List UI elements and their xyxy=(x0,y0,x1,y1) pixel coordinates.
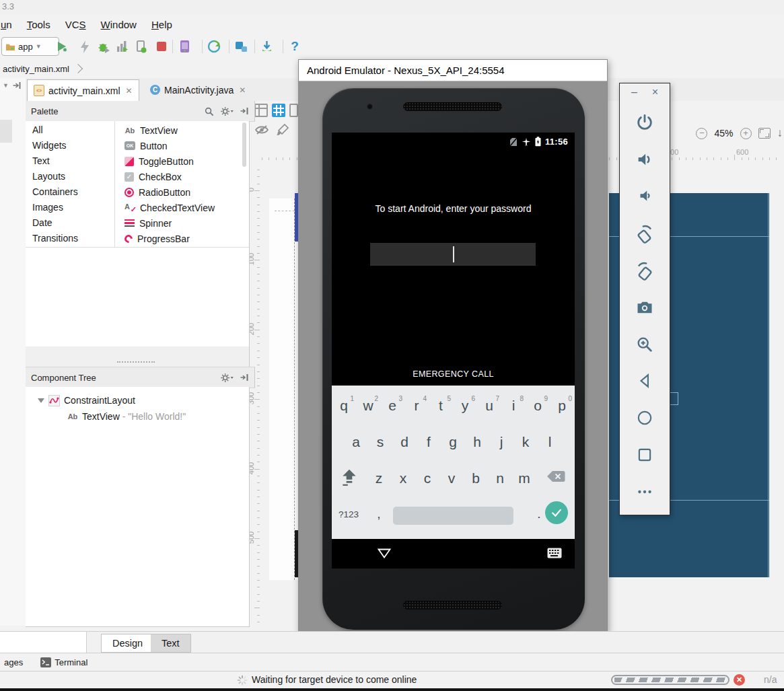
shift-key[interactable] xyxy=(340,468,359,489)
key-u[interactable]: u7 xyxy=(477,398,501,414)
menu-item[interactable]: un xyxy=(0,17,20,32)
attach-debugger-button[interactable] xyxy=(133,38,149,54)
palette-category-text[interactable]: Text xyxy=(26,153,114,169)
palette-category-containers[interactable]: Containers xyxy=(26,184,114,200)
key-m[interactable]: m xyxy=(512,470,536,486)
avd-manager-button[interactable] xyxy=(176,38,192,54)
stop-button[interactable] xyxy=(153,38,170,54)
expand-arrow-icon[interactable] xyxy=(38,398,44,403)
backspace-key[interactable] xyxy=(546,470,566,486)
debug-button[interactable] xyxy=(96,38,112,54)
key-v[interactable]: v xyxy=(439,470,464,486)
gear-icon[interactable] xyxy=(220,106,234,116)
stop-process-icon[interactable]: ✕ xyxy=(734,674,745,686)
tool-window-button-terminal[interactable]: Terminal xyxy=(40,657,87,667)
blueprint-view-icon[interactable] xyxy=(272,104,285,117)
tree-node-constraintlayout[interactable]: ConstraintLayout xyxy=(26,392,249,408)
key-p[interactable]: p0 xyxy=(550,398,574,414)
palette-category-images[interactable]: Images xyxy=(26,200,114,215)
palette-category-date[interactable]: Date xyxy=(26,215,114,231)
hide-panel-icon[interactable] xyxy=(12,81,22,93)
hide-keyboard-icon[interactable] xyxy=(377,548,392,562)
zoom-icon[interactable] xyxy=(620,335,670,354)
close-button[interactable]: × xyxy=(652,86,658,98)
emulator-window[interactable]: Android Emulator - Nexus_5X_API_24:5554 … xyxy=(298,59,608,633)
volume-down-icon[interactable] xyxy=(620,187,670,205)
design-view-icon[interactable] xyxy=(254,104,268,117)
chevron-down-icon[interactable]: ▼ xyxy=(3,82,9,89)
sync-project-button[interactable] xyxy=(206,38,222,54)
key-y[interactable]: y6 xyxy=(453,398,477,414)
visibility-icon[interactable] xyxy=(254,124,269,139)
key-c[interactable]: c xyxy=(415,470,439,486)
home-icon[interactable] xyxy=(620,409,670,427)
back-icon[interactable] xyxy=(620,372,670,390)
palette-item-checkedtextview[interactable]: A✓CheckedTextView xyxy=(119,200,246,215)
device-screen[interactable]: 11:56 To start Android, enter your passw… xyxy=(332,133,575,569)
key-l[interactable]: l xyxy=(538,434,562,450)
emergency-call-button[interactable]: EMERGENCY CALL xyxy=(332,369,575,379)
key-s[interactable]: s xyxy=(368,434,392,450)
minimize-button[interactable]: – xyxy=(631,86,637,98)
key-d[interactable]: d xyxy=(392,434,417,450)
emulator-title-bar[interactable]: Android Emulator - Nexus_5X_API_24:5554 xyxy=(299,60,607,81)
hide-panel-icon[interactable] xyxy=(240,373,249,382)
run-button[interactable] xyxy=(54,38,70,54)
key-h[interactable]: h xyxy=(465,434,489,450)
key-k[interactable]: k xyxy=(513,434,538,450)
rotate-right-icon[interactable] xyxy=(620,261,670,281)
menu-item[interactable]: Tools xyxy=(20,17,58,32)
layout-inspector-button[interactable] xyxy=(233,38,249,54)
symbols-key[interactable]: ?123 xyxy=(338,509,359,519)
palette-item-spinner[interactable]: Spinner xyxy=(119,215,246,231)
keyboard-switch-icon[interactable] xyxy=(547,548,562,561)
key-z[interactable]: z xyxy=(367,470,391,486)
key-t[interactable]: t5 xyxy=(429,398,453,414)
key-g[interactable]: g xyxy=(441,434,465,450)
close-tab-icon[interactable]: ✕ xyxy=(239,85,246,95)
menu-item[interactable]: Help xyxy=(144,17,180,32)
breadcrumb-item[interactable]: activity_main.xml xyxy=(0,64,69,74)
menu-item[interactable]: VCS xyxy=(58,17,94,32)
palette-item-checkbox[interactable]: ✓CheckBox xyxy=(119,169,246,184)
key-e[interactable]: e3 xyxy=(380,398,404,414)
apply-changes-button[interactable] xyxy=(77,38,93,54)
run-configuration-dropdown[interactable]: app ▼ xyxy=(1,37,59,56)
tab-design[interactable]: Design xyxy=(101,634,154,653)
menu-item[interactable]: Window xyxy=(94,17,144,32)
key-n[interactable]: n xyxy=(488,470,512,486)
key-f[interactable]: f xyxy=(417,434,441,450)
both-views-icon[interactable] xyxy=(289,104,298,117)
search-icon[interactable] xyxy=(204,106,214,116)
close-tab-icon[interactable]: ✕ xyxy=(126,86,133,96)
tree-node-textview[interactable]: Ab TextView - "Hello World!" xyxy=(26,408,249,425)
key-i[interactable]: i8 xyxy=(501,398,526,414)
sdk-manager-button[interactable] xyxy=(258,38,275,54)
scrollbar-thumb[interactable] xyxy=(242,122,246,167)
design-canvas[interactable] xyxy=(269,198,298,580)
key-a[interactable]: a xyxy=(344,434,368,450)
zoom-in-icon[interactable]: + xyxy=(740,128,752,139)
power-icon[interactable] xyxy=(620,113,670,132)
help-button[interactable]: ? xyxy=(287,38,303,54)
palette-item-button[interactable]: OKButton xyxy=(119,138,246,153)
palette-item-togglebutton[interactable]: ToggleButton xyxy=(119,153,246,169)
overview-icon[interactable] xyxy=(620,446,670,464)
key-o[interactable]: o9 xyxy=(526,398,550,414)
key-b[interactable]: b xyxy=(464,470,488,486)
hide-panel-icon[interactable] xyxy=(240,106,249,116)
tool-window-button[interactable]: ages xyxy=(4,657,23,667)
palette-item-progressbar[interactable]: ProgressBar xyxy=(119,231,246,246)
screenshot-icon[interactable] xyxy=(620,298,670,317)
rotate-left-icon[interactable] xyxy=(620,224,670,244)
key-w[interactable]: w2 xyxy=(356,398,380,414)
key-q[interactable]: q1 xyxy=(332,398,356,414)
profiler-button[interactable] xyxy=(114,38,131,54)
palette-item-radiobutton[interactable]: RadioButton xyxy=(119,184,246,200)
paintbrush-icon[interactable] xyxy=(276,123,289,139)
comma-key[interactable]: , xyxy=(367,507,391,521)
palette-category-transitions[interactable]: Transitions xyxy=(26,231,114,246)
zoom-to-fit-icon[interactable] xyxy=(758,128,771,139)
zoom-out-icon[interactable]: − xyxy=(696,128,707,139)
gear-icon[interactable] xyxy=(220,373,234,383)
